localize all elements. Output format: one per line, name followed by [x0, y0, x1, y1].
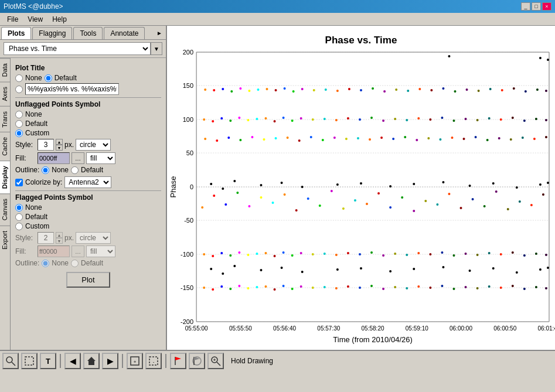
svg-point-203 — [512, 251, 514, 254]
unflagged-outline-none-radio[interactable] — [42, 166, 49, 174]
dropdown-arrow-btn[interactable]: ▼ — [151, 42, 162, 55]
flagged-fill-dots-btn[interactable]: … — [71, 246, 84, 257]
flagged-style-down[interactable]: ▼ — [56, 238, 63, 244]
plot-button[interactable]: Plot — [66, 272, 110, 288]
flagged-fill-type[interactable]: fill none — [86, 246, 115, 257]
flagged-custom-radio[interactable] — [15, 223, 23, 230]
flag-btn[interactable] — [170, 353, 186, 369]
side-tab-axes[interactable]: Axes — [0, 81, 10, 105]
plot-select[interactable]: Phase vs. Time — [4, 42, 151, 55]
plot-title-custom-radio[interactable] — [15, 86, 23, 93]
svg-point-214 — [360, 267, 362, 270]
unflagged-none-radio[interactable] — [15, 111, 23, 118]
tab-plots[interactable]: Plots — [1, 27, 31, 39]
home-btn[interactable] — [83, 353, 100, 369]
tab-annotate[interactable]: Annotate — [104, 27, 145, 39]
svg-point-97 — [545, 119, 547, 121]
zoom-btn[interactable] — [2, 353, 19, 369]
plot-title-default-label: Default — [55, 74, 77, 82]
menu-view[interactable]: View — [23, 14, 47, 25]
flagged-style-num[interactable] — [38, 232, 54, 244]
svg-point-40 — [275, 89, 277, 91]
unflagged-style-num[interactable] — [38, 139, 54, 151]
flagged-style-shape[interactable]: circle square diamond — [76, 232, 111, 244]
minimize-button[interactable]: _ — [521, 2, 530, 11]
svg-line-260 — [12, 362, 15, 366]
maximize-button[interactable]: □ — [532, 2, 541, 11]
unflagged-style-down[interactable]: ▼ — [56, 145, 63, 151]
unflagged-outline-default-radio[interactable] — [71, 166, 79, 174]
plot-title-default-radio[interactable] — [45, 74, 52, 82]
svg-point-229 — [256, 286, 258, 288]
svg-point-245 — [429, 287, 431, 289]
rect-select-icon: - — [148, 356, 159, 366]
colorize-select[interactable]: Antenna2 Antenna1 None — [64, 176, 111, 188]
unflagged-custom-radio[interactable] — [15, 129, 23, 137]
plot-title-custom-input[interactable]: %%yaxis%% vs. %%xaxis%% — [25, 83, 119, 95]
flagged-outline-none-radio[interactable] — [42, 260, 49, 267]
flagged-none-radio[interactable] — [15, 204, 23, 212]
svg-point-119 — [451, 137, 453, 139]
side-tab-display[interactable]: Display — [0, 161, 10, 193]
rect-zoom-btn[interactable]: + — [127, 353, 143, 369]
menu-file[interactable]: File — [2, 14, 23, 25]
side-tab-cache[interactable]: Cache — [0, 132, 10, 161]
unflagged-fill-type[interactable]: fill none — [86, 152, 115, 164]
unflagged-default-radio[interactable] — [15, 120, 23, 128]
svg-marker-268 — [175, 357, 181, 360]
svg-point-169 — [495, 190, 498, 193]
svg-point-57 — [466, 88, 468, 91]
select-btn[interactable] — [21, 353, 38, 369]
svg-point-223 — [203, 287, 205, 289]
svg-point-61 — [513, 87, 515, 90]
svg-point-199 — [465, 253, 467, 255]
forward-btn[interactable]: ▶ — [102, 353, 118, 369]
flagged-default-radio[interactable] — [15, 213, 23, 221]
flagged-fill-row: Fill: … fill none — [15, 246, 161, 257]
svg-point-85 — [406, 119, 408, 121]
side-tab-trans[interactable]: Trans — [0, 106, 10, 132]
svg-point-63 — [536, 88, 539, 91]
tab-flagging[interactable]: Flagging — [32, 27, 72, 39]
svg-point-80 — [347, 117, 349, 120]
svg-point-52 — [407, 90, 409, 92]
flagged-fill-color[interactable] — [38, 246, 70, 257]
unflag-btn[interactable] — [189, 353, 205, 369]
back-btn[interactable]: ◀ — [64, 353, 81, 369]
zoom-fit-btn[interactable] — [207, 353, 224, 369]
svg-point-81 — [359, 118, 361, 121]
side-tab-export[interactable]: Export — [0, 226, 10, 254]
svg-point-55 — [442, 87, 444, 90]
svg-point-145 — [213, 195, 215, 197]
unflagged-style-up[interactable]: ▲ — [56, 139, 63, 145]
unflagged-fill-color[interactable] — [38, 152, 70, 164]
tab-tools[interactable]: Tools — [73, 27, 103, 39]
svg-point-147 — [236, 192, 239, 194]
content-area: Plot Title None Default %%yaxis%% vs. %%… — [11, 58, 166, 350]
flagged-outline-default-radio[interactable] — [71, 260, 79, 267]
side-tab-data[interactable]: Data — [0, 58, 10, 81]
tab-arrow[interactable]: ► — [154, 29, 165, 38]
svg-point-174 — [203, 253, 205, 255]
svg-point-125 — [522, 137, 524, 139]
plot-title-none-radio[interactable] — [15, 74, 23, 82]
close-button[interactable]: × — [542, 2, 551, 11]
rect-select-btn[interactable]: - — [145, 353, 162, 369]
svg-point-193 — [394, 253, 396, 255]
colorize-checkbox[interactable] — [15, 179, 23, 186]
unflagged-fill-dots-btn[interactable]: … — [71, 152, 84, 164]
svg-point-254 — [535, 286, 537, 288]
svg-point-181 — [265, 252, 267, 254]
flagged-style-up[interactable]: ▲ — [56, 232, 63, 238]
flagged-default-row: Default — [15, 213, 161, 221]
svg-point-190 — [359, 253, 361, 255]
svg-rect-261 — [25, 357, 33, 365]
unflagged-style-shape[interactable]: circle square diamond — [76, 139, 111, 151]
svg-point-68 — [229, 120, 231, 122]
svg-point-60 — [501, 89, 503, 91]
text-btn[interactable]: T — [40, 353, 56, 369]
svg-point-98 — [204, 138, 206, 140]
side-tab-canvas[interactable]: Canvas — [0, 193, 10, 225]
menu-help[interactable]: Help — [47, 14, 71, 25]
svg-point-239 — [359, 287, 361, 289]
